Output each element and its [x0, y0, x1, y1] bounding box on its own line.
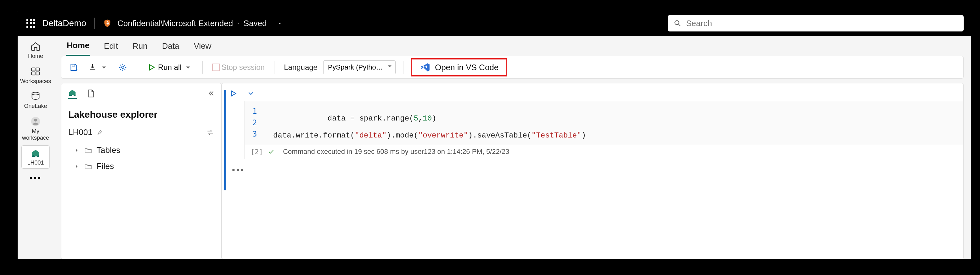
chevron-down-icon	[183, 63, 193, 72]
tab-home[interactable]: Home	[66, 36, 90, 56]
save-icon	[69, 63, 78, 72]
lakehouse-explorer: Lakehouse explorer LH001 Tables Files	[61, 83, 221, 259]
search-box[interactable]	[668, 15, 964, 32]
code-editor[interactable]: 1 2 3data = spark.range(5,10) data.write…	[245, 101, 963, 144]
lakehouse-icon	[68, 88, 77, 97]
app-launcher-icon[interactable]	[25, 17, 37, 29]
shield-icon	[103, 19, 112, 28]
chevron-right-icon	[74, 164, 80, 169]
rail-workspaces[interactable]: Workspaces	[18, 64, 54, 89]
sensitivity-label[interactable]: Confidential\Microsoft Extended · Saved	[118, 19, 267, 28]
divider	[137, 61, 137, 74]
stop-icon	[212, 64, 220, 71]
gear-icon	[118, 63, 127, 72]
svg-rect-0	[107, 23, 109, 25]
person-icon	[30, 116, 41, 127]
rail-my-workspace[interactable]: My workspace	[18, 114, 54, 145]
open-in-vscode-button[interactable]: Open in VS Code	[411, 58, 507, 76]
vscode-icon	[420, 62, 431, 73]
tab-run[interactable]: Run	[132, 37, 148, 56]
explorer-lakehouse-tab[interactable]	[68, 88, 77, 99]
check-icon	[267, 148, 274, 155]
search-input[interactable]	[686, 19, 958, 28]
topbar: DeltaDemo Confidential\Microsoft Extende…	[18, 11, 971, 36]
play-icon	[229, 89, 238, 98]
folder-icon	[84, 146, 92, 154]
explorer-item[interactable]: LH001	[61, 122, 221, 142]
chevron-down-icon	[247, 89, 255, 97]
cell-status: [2] - Command executed in 19 sec 608 ms …	[245, 144, 963, 159]
svg-point-9	[34, 119, 37, 121]
tab-edit[interactable]: Edit	[103, 37, 119, 56]
left-rail: Home Workspaces OneLake My workspace LH0…	[18, 36, 54, 259]
divider	[202, 61, 203, 74]
line-numbers: 1 2 3	[252, 106, 257, 140]
onelake-icon	[30, 91, 41, 102]
lakehouse-icon	[30, 148, 41, 158]
expand-cell-button[interactable]	[247, 89, 255, 99]
folder-icon	[84, 162, 92, 170]
execution-count: [2]	[250, 148, 263, 156]
stop-session-button[interactable]: Stop session	[210, 61, 267, 74]
run-cell-button[interactable]	[229, 89, 238, 99]
save-button[interactable]	[67, 61, 80, 74]
status-text: - Command executed in 19 sec 608 ms by u…	[279, 148, 509, 156]
workspace-name[interactable]: DeltaDemo	[42, 18, 86, 28]
main-area: Home Edit Run Data View Run all	[54, 36, 971, 259]
collapse-icon[interactable]	[207, 89, 215, 97]
pin-icon[interactable]	[96, 129, 103, 136]
rail-onelake[interactable]: OneLake	[18, 88, 54, 114]
chevron-right-icon	[74, 148, 80, 153]
explorer-tables-node[interactable]: Tables	[61, 142, 221, 158]
play-icon	[146, 63, 156, 72]
language-label: Language	[284, 63, 318, 72]
search-icon	[673, 19, 682, 27]
settings-button[interactable]	[116, 61, 129, 74]
rail-home[interactable]: Home	[18, 38, 54, 64]
ribbon-tabs: Home Edit Run Data View	[54, 36, 971, 56]
divider	[403, 61, 404, 74]
download-icon	[88, 63, 97, 72]
download-button[interactable]	[86, 61, 110, 74]
explorer-files-node[interactable]: Files	[61, 158, 221, 174]
rail-active-lakehouse[interactable]: LH001	[21, 145, 50, 168]
cell-marker	[224, 90, 226, 190]
svg-rect-10	[72, 64, 75, 66]
workspaces-icon	[30, 66, 41, 77]
run-all-button[interactable]: Run all	[145, 61, 195, 74]
tab-view[interactable]: View	[193, 37, 212, 56]
svg-point-1	[675, 21, 679, 25]
rail-more[interactable]: •••	[30, 173, 41, 183]
language-select[interactable]: PySpark (Pytho…	[323, 60, 396, 74]
svg-rect-6	[36, 72, 39, 75]
svg-rect-5	[32, 72, 35, 75]
chevron-down-icon[interactable]	[276, 20, 283, 27]
home-icon	[30, 41, 41, 52]
svg-rect-4	[36, 68, 39, 71]
code-cell[interactable]: 1 2 3data = spark.range(5,10) data.write…	[245, 101, 963, 159]
file-icon[interactable]	[86, 89, 95, 98]
cell-more[interactable]: •••	[222, 159, 963, 175]
svg-point-11	[121, 66, 124, 68]
svg-line-2	[679, 24, 680, 26]
explorer-title: Lakehouse explorer	[61, 102, 221, 122]
tab-data[interactable]: Data	[161, 37, 180, 56]
notebook-panel: 1 2 3data = spark.range(5,10) data.write…	[221, 83, 964, 259]
toolbar: Run all Stop session Language PySpark (P…	[61, 56, 964, 79]
svg-rect-3	[32, 68, 35, 71]
chevron-down-icon	[99, 63, 108, 72]
svg-point-7	[32, 92, 39, 95]
sync-icon[interactable]	[206, 129, 214, 137]
divider	[94, 17, 95, 29]
